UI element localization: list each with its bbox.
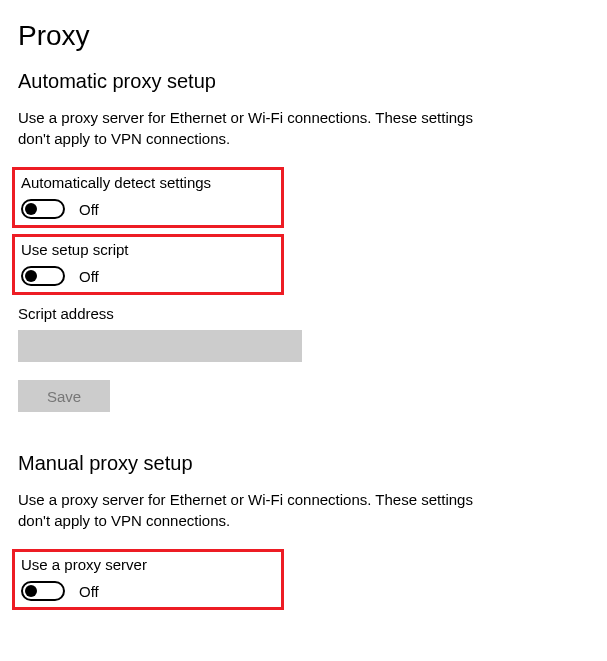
highlight-use-script: Use setup script Off xyxy=(12,234,284,295)
automatic-proxy-description: Use a proxy server for Ethernet or Wi-Fi… xyxy=(18,107,478,149)
use-proxy-toggle[interactable] xyxy=(21,581,65,601)
auto-detect-label: Automatically detect settings xyxy=(21,174,275,191)
manual-proxy-description: Use a proxy server for Ethernet or Wi-Fi… xyxy=(18,489,478,531)
use-proxy-state: Off xyxy=(79,583,99,600)
toggle-knob-icon xyxy=(25,270,37,282)
auto-detect-state: Off xyxy=(79,201,99,218)
manual-proxy-heading: Manual proxy setup xyxy=(18,452,589,475)
save-button[interactable]: Save xyxy=(18,380,110,412)
script-address-label: Script address xyxy=(18,305,589,322)
auto-detect-toggle[interactable] xyxy=(21,199,65,219)
highlight-auto-detect: Automatically detect settings Off xyxy=(12,167,284,228)
toggle-knob-icon xyxy=(25,203,37,215)
use-script-label: Use setup script xyxy=(21,241,275,258)
highlight-use-proxy: Use a proxy server Off xyxy=(12,549,284,610)
toggle-knob-icon xyxy=(25,585,37,597)
automatic-proxy-heading: Automatic proxy setup xyxy=(18,70,589,93)
page-title: Proxy xyxy=(18,20,589,52)
script-address-input[interactable] xyxy=(18,330,302,362)
use-script-toggle[interactable] xyxy=(21,266,65,286)
use-script-state: Off xyxy=(79,268,99,285)
use-proxy-label: Use a proxy server xyxy=(21,556,275,573)
